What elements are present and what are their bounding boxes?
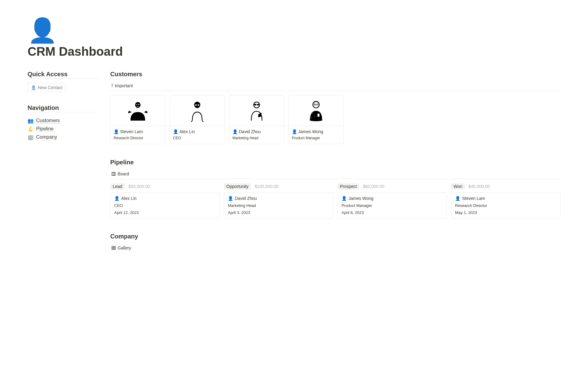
avatar-illustration-icon [185,99,209,123]
customer-role: CEO [173,136,221,140]
customer-avatar [229,95,284,126]
svg-rect-3 [195,104,197,106]
pipeline-role: Marketing Head [228,203,329,208]
nav-item-customers[interactable]: 👥 Customers [28,117,98,125]
customer-avatar [289,95,343,126]
customer-name: Alex Lin [179,129,195,134]
pipeline-date: April 3, 2023 [228,210,329,215]
customer-role: Research Director [114,136,162,140]
person-icon: 👤 [232,129,238,134]
pipeline-section: Pipeline Board Lead $50,000.00 👤Alex [110,159,560,218]
pipeline-card[interactable]: 👤Steven Lam Research Director May 1, 202… [451,193,560,218]
svg-point-0 [135,102,141,108]
person-icon: 👤 [455,196,460,201]
pipeline-card[interactable]: 👤James Wong Product Manager April 6, 202… [337,193,447,218]
person-icon: 👤 [228,196,233,201]
svg-point-13 [314,116,315,116]
nav-label: Company [36,134,57,140]
svg-rect-7 [257,104,259,105]
company-section: Company Gallery [110,233,560,253]
customers-grid: 👤Steven Lam Research Director 👤Alex Lin … [110,95,560,144]
pipeline-name: David Zhou [235,196,257,201]
new-contact-button[interactable]: 👤 New Contact [28,83,66,92]
person-icon: 👤 [292,129,297,134]
pipeline-card[interactable]: 👤David Zhou Marketing Head April 3, 2023 [224,193,333,218]
customer-card[interactable]: 👤James Wong Product Manager [288,95,344,144]
pipeline-date: May 1, 2023 [455,210,556,215]
column-tag[interactable]: Won [451,183,465,189]
company-heading: Company [110,233,560,240]
pipeline-name: Alex Lin [121,196,137,201]
customers-section: Customers ! Important 👤Steven Lam Resear… [110,71,560,144]
person-icon: 👤 [114,196,119,201]
navigation-heading: Navigation [28,104,98,112]
hook-icon: 🪝 [28,126,34,132]
svg-rect-11 [318,114,319,117]
important-icon: ! [111,83,113,88]
svg-rect-4 [198,104,199,106]
svg-point-12 [312,113,313,114]
pipeline-column-lead: Lead $50,000.00 👤Alex Lin CEO April 12, … [110,183,220,218]
column-amount: $40,000.00 [469,184,490,189]
column-tag[interactable]: Prospect [337,183,359,189]
person-icon: 👤 [173,129,178,134]
column-amount: $100,000.00 [254,184,278,189]
svg-rect-6 [254,104,256,105]
customer-card[interactable]: 👤David Zhou Marketing Head [229,95,284,144]
svg-rect-18 [112,246,113,248]
nav-item-company[interactable]: 🏢 Company [28,133,98,141]
svg-point-14 [311,117,311,118]
quick-access-heading: Quick Access [28,71,98,79]
pipeline-view-tabs: Board [110,170,560,179]
sidebar: Quick Access 👤 New Contact Navigation 👥 … [28,71,98,253]
nav-label: Pipeline [36,126,54,132]
column-tag[interactable]: Lead [110,183,125,189]
view-tab-gallery[interactable]: Gallery [111,245,131,250]
person-icon: 👤 [31,85,36,90]
customer-card[interactable]: 👤Alex Lin CEO [170,95,225,144]
view-tab-label: Board [118,171,129,176]
pipeline-card[interactable]: 👤Alex Lin CEO April 12, 2023 [110,193,220,218]
svg-rect-9 [314,104,316,105]
pipeline-role: CEO [114,203,216,208]
pipeline-column-prospect: Prospect $60,000.00 👤James Wong Product … [337,183,447,218]
customer-avatar [170,95,224,126]
view-tab-label: Important [115,83,133,88]
customers-view-tabs: ! Important [110,81,560,91]
pipeline-date: April 6, 2023 [341,210,443,215]
person-icon: 👤 [114,129,119,134]
nav-item-pipeline[interactable]: 🪝 Pipeline [28,125,98,133]
customer-avatar [111,95,165,126]
customer-name: Steven Lam [120,129,143,134]
pipeline-name: Steven Lam [462,196,485,201]
company-view-tabs: Gallery [110,244,560,253]
svg-rect-15 [112,172,115,176]
customers-heading: Customers [110,71,560,78]
svg-rect-21 [114,248,115,250]
avatar-illustration-icon [126,99,150,123]
svg-point-2 [138,104,139,105]
building-icon: 🏢 [28,134,34,140]
svg-rect-19 [114,246,115,248]
navigation-list: 👥 Customers 🪝 Pipeline 🏢 Company [28,117,98,141]
page-icon: 👤 [28,18,560,42]
column-amount: $50,000.00 [128,184,150,189]
avatar-illustration-icon [304,99,328,123]
view-tab-important[interactable]: ! Important [111,83,133,88]
view-tab-label: Gallery [118,245,131,250]
svg-rect-20 [112,248,113,250]
nav-label: Customers [36,118,60,124]
pipeline-column-won: Won $40,000.00 👤Steven Lam Research Dire… [451,183,560,218]
customer-card[interactable]: 👤Steven Lam Research Director [110,95,165,144]
board-icon [111,172,116,176]
column-tag[interactable]: Opportunity [224,183,251,189]
pipeline-role: Research Director [455,203,556,208]
gallery-icon [111,246,116,250]
pipeline-heading: Pipeline [110,159,560,166]
column-amount: $60,000.00 [363,184,384,189]
view-tab-board[interactable]: Board [111,171,129,176]
page-title: CRM Dashboard [28,45,560,58]
customer-name: James Wong [298,129,323,134]
pipeline-name: James Wong [349,196,373,201]
svg-point-1 [136,104,137,105]
